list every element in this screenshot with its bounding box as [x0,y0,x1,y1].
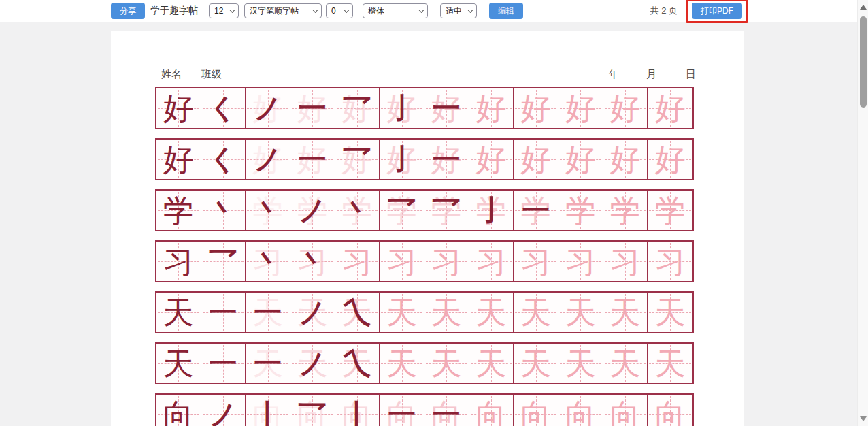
guide-horizontal-dash [337,414,378,415]
guide-horizontal-dash [247,261,288,262]
guide-horizontal-dash [605,261,646,262]
practice-cell: 向丨 [335,395,380,426]
guide-vertical-dash [178,396,179,426]
guide-horizontal-dash [337,159,378,160]
practice-cell: 学乛 [424,191,469,230]
guide-vertical-dash [491,396,492,426]
print-pdf-button[interactable]: 打印PDF [692,3,742,19]
guide-horizontal-dash [515,261,556,262]
guide-horizontal-dash [426,108,467,109]
guide-horizontal-dash [471,159,512,160]
practice-cell: 学一 [514,191,558,230]
practice-cell: 好 [469,140,514,179]
guide-horizontal-dash [203,312,244,313]
guide-horizontal-dash [515,210,556,211]
guide-horizontal-dash [649,159,691,160]
year-label: 年 [609,68,619,81]
guide-horizontal-dash [381,108,422,109]
practice-cell: 好亅 [380,88,424,128]
guide-horizontal-dash [605,108,646,109]
guide-horizontal-dash [381,159,422,160]
chevron-down-icon [229,7,235,12]
guide-vertical-dash [536,396,537,426]
practice-cell: 天 [469,344,514,383]
practice-cell: 天 [558,293,603,332]
guide-horizontal-dash [560,261,601,262]
practice-cell: 好 [603,88,648,128]
vertical-scrollbar[interactable] [857,0,868,426]
guide-horizontal-dash [247,108,288,109]
edit-button[interactable]: 编辑 [489,3,523,19]
practice-cell: 好乛 [335,140,380,179]
toolbar: 分享 学于趣字帖 12 汉字笔顺字帖 0 楷体 适中 编辑 共 2 页 打印PD… [0,0,857,22]
name-label: 姓名 [161,68,182,81]
practice-cell: 好一 [424,88,469,128]
scrollbar-thumb[interactable] [860,16,867,108]
practice-cell: 好一 [424,140,469,179]
guide-horizontal-dash [471,210,512,211]
practice-cell: 向 [514,395,558,426]
practice-cell: 天一 [246,293,290,332]
guide-horizontal-dash [649,261,691,262]
practice-cell: 向丨 [246,395,290,426]
scroll-down-icon[interactable] [860,416,867,421]
guide-horizontal-dash [649,210,691,211]
template-select[interactable]: 汉字笔顺字帖 [244,3,322,18]
practice-cell: 天 [156,344,201,383]
toolbar-right: 共 2 页 打印PDF [650,0,748,23]
guide-horizontal-dash [560,108,601,109]
chevron-down-icon [312,7,318,12]
page-count: 共 2 页 [650,5,678,17]
practice-cell: 习 [558,242,603,281]
document-canvas: 姓名 班级 年 月 日 好く好ノ好一好乛好亅好一好好好好好好く好ノ好一好乛好亅好… [0,23,857,426]
practice-cell: 习 [469,242,514,281]
guide-horizontal-dash [381,210,422,211]
guide-horizontal-dash [292,312,333,313]
density-select[interactable]: 适中 [440,3,477,18]
guide-vertical-dash [312,396,313,426]
practice-cell: 好一 [290,140,335,179]
practice-cell: 一 [201,293,246,332]
guide-horizontal-dash [560,159,601,160]
guide-horizontal-dash [426,414,467,415]
practice-cell: 丶 [201,191,246,230]
guide-horizontal-dash [649,414,691,415]
guide-horizontal-dash [381,312,422,313]
guide-horizontal-dash [247,159,288,160]
font-size-select[interactable]: 12 [209,3,239,18]
guide-horizontal-dash [515,414,556,415]
practice-cell: 习 [156,242,201,281]
guide-horizontal-dash [649,363,691,364]
practice-row-天: 天一天一天ノ天乀天天天天天天天 [155,291,694,333]
practice-cell: 习 [335,242,380,281]
guide-horizontal-dash [515,312,556,313]
guide-vertical-dash [446,396,447,426]
chevron-down-icon [467,7,473,12]
practice-cell: 天 [424,293,469,332]
practice-row-习: 习乛习丶习丶习习习习习习习习 [155,240,694,282]
month-label: 月 [646,68,656,81]
scroll-up-icon[interactable] [860,5,867,10]
practice-row-好: 好く好ノ好一好乛好亅好一好好好好好 [155,138,694,180]
guide-horizontal-dash [560,210,601,211]
guide-horizontal-dash [337,363,378,364]
practice-cell: 习 [603,242,648,281]
practice-cell: 天ノ [290,293,335,332]
highlight-box: 打印PDF [686,0,748,23]
guide-horizontal-dash [292,210,333,211]
practice-cell: 天ノ [290,344,335,383]
font-select[interactable]: 楷体 [363,3,428,18]
guide-horizontal-dash [515,159,556,160]
share-button[interactable]: 分享 [111,3,145,19]
guide-vertical-dash [357,396,358,426]
offset-select[interactable]: 0 [326,3,353,18]
practice-cell: 好ノ [246,140,290,179]
guide-horizontal-dash [203,159,244,160]
guide-horizontal-dash [247,210,288,211]
practice-cell: 习 [514,242,558,281]
guide-horizontal-dash [605,414,646,415]
practice-cell: 学乛 [380,191,424,230]
guide-horizontal-dash [247,312,288,313]
practice-cell: 学 [648,191,692,230]
guide-horizontal-dash [381,414,422,415]
